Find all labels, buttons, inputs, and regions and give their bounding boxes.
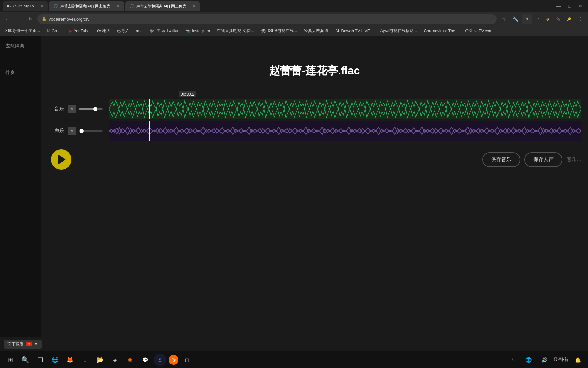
bookmark-youtube[interactable]: ▶ YouTube [66,27,92,35]
save-vocal-button[interactable]: 保存人声 [524,152,562,167]
flag-cn: ★ [26,342,32,346]
bookmark-twitter-label: 主页/ Twitter [156,28,179,34]
tab-1-close[interactable]: ✕ [40,4,44,9]
maps-icon: 🗺 [97,29,101,33]
download-indicator[interactable]: 面下载资 ★ ▼ [4,340,42,349]
system-tray-icons[interactable]: ∧ [507,354,519,366]
bookmark-gmail[interactable]: M Gmail [44,27,65,35]
save-music-button[interactable]: 保存音乐 [482,152,520,167]
download-label: 面下载资 [7,341,24,347]
vocal-waveform-svg [109,121,581,141]
ext-4[interactable]: 🔌 [554,14,563,24]
vocal-track-row: 声乐 M [48,121,581,141]
music-track-controls: M [68,105,109,113]
bookmark-twitter[interactable]: 🐦 主页/ Twitter [147,27,181,35]
bookmark-mzr[interactable]: mzr [133,27,146,35]
tab-2-close[interactable]: ✕ [117,4,120,9]
bookmark-imported[interactable]: 已导入 [114,27,132,35]
vocal-volume-slider[interactable] [79,130,103,132]
music-waveform-svg: // This won't execute in SVG, use rect e… [109,99,581,119]
bookmark-360-label: 360导航一个主页... [5,28,40,34]
tab-1[interactable]: ■ - You're My Lo... ✕ [3,1,48,11]
firefox-icon[interactable]: 🦊 [64,354,76,366]
dropdown-arrow: ▼ [34,342,38,347]
bookmark-dawah[interactable]: AL Dawah TV LIVE... [332,27,376,35]
badge-icon[interactable]: ③ [169,355,178,365]
bookmarks-bar: 360导航一个主页... M Gmail ▶ YouTube 🗺 地图 已导入 … [0,26,588,36]
app1-icon[interactable]: ◈ [109,354,121,366]
maximize-button[interactable]: □ [565,1,574,11]
bookmark-360[interactable]: 360导航一个主页... [3,27,43,35]
nav-bar: ← → ↻ 🔒 vocalremover.org/ch/ ☆ 🔧 ⚙ 🛡 ⚡ 🔌… [0,12,588,26]
sidebar-item-accompany[interactable]: 伴奏 [0,70,41,76]
tab-3-close[interactable]: ✕ [193,4,196,9]
bookmark-maps[interactable]: 🗺 地图 [94,27,113,35]
time-display: 只·到·新 [554,357,568,363]
menu-button[interactable]: ⋮ [576,14,585,24]
notification-icon[interactable]: 🔔 [572,354,584,366]
bookmark-instagram[interactable]: 📷 Instagram [183,27,213,35]
bookmark-classic[interactable]: 经典大赛频道 [301,27,331,35]
volume-icon[interactable]: 🔊 [538,354,550,366]
music-mute-button[interactable]: M [68,105,76,113]
ext-1[interactable]: ⚙ [522,14,532,24]
bookmark-tv1-label: 在线直播电视-免费... [217,28,254,34]
sidebar-remove-vocal-label: 去除隔离 [5,43,24,48]
music-volume-slider[interactable] [79,108,103,110]
taskbar: ⊞ 🔍 ❑ 🌐 🦊 e 📂 ◈ ◉ 💬 S ③ ◻ ∧ 🌐 🔊 只·到·新 🔔 [0,351,588,368]
instagram-icon: 📷 [185,29,191,33]
network-icon[interactable]: 🌐 [522,354,535,366]
skype-icon[interactable]: S [154,354,166,366]
bookmark-star[interactable]: ☆ [499,14,508,24]
bookmark-corona[interactable]: Coronavirus: The... [421,27,461,35]
task-view-button[interactable]: ❑ [34,354,46,366]
search-button[interactable]: 🔍 [19,354,31,366]
wechat-icon[interactable]: 💬 [139,354,151,366]
tab-2[interactable]: 🎵 声带去除和隔离[AI] | 网上免费... ✕ [49,1,124,11]
ext-2[interactable]: 🛡 [533,14,542,24]
app2-icon[interactable]: ◉ [124,354,136,366]
tab-3[interactable]: 🎵 声带去除和隔离[AI] | 网上免费... ✕ [125,1,200,11]
bookmark-spb[interactable]: 使用SPB电视在线... [258,27,300,35]
address-bar[interactable]: 🔒 vocalremover.org/ch/ [37,14,497,24]
music-waveform[interactable]: // This won't execute in SVG, use rect e… [109,99,581,119]
sidebar-item-remove-vocal[interactable]: 去除隔离 [0,43,41,49]
ext-3[interactable]: ⚡ [543,14,553,24]
extensions-button[interactable]: 🔧 [510,14,520,24]
tab-2-favicon: 🎵 [53,4,58,9]
ext-5[interactable]: 🔑 [564,14,574,24]
back-button[interactable]: ← [3,14,12,24]
taskbar-right: ∧ 🌐 🔊 只·到·新 🔔 [507,354,584,366]
sidebar-accompany-label: 伴奏 [5,70,15,75]
bookmark-corona-label: Coronavirus: The... [424,29,459,33]
youtube-icon: ▶ [69,29,72,33]
bookmark-oklive[interactable]: OKLiveTV.com:... [463,27,500,35]
file-explorer-icon[interactable]: 📂 [94,354,106,366]
bookmark-gmail-label: Gmail [52,29,62,33]
bookmark-ajyal[interactable]: Ajyal电视在线移动... [378,27,420,35]
tab-3-label: 声带去除和隔离[AI] | 网上免费... [136,4,190,9]
browser-icon[interactable]: 🌐 [49,354,61,366]
vocal-waveform[interactable] [109,121,581,141]
vocal-volume-thumb [80,129,84,133]
app3-icon[interactable]: ◻ [181,354,193,366]
reload-button[interactable]: ↻ [26,14,35,24]
close-button[interactable]: ✕ [576,1,585,11]
new-tab-button[interactable]: + [201,1,211,11]
play-button[interactable] [51,149,71,170]
sidebar: 去除隔离 伴奏 [0,36,41,351]
bookmark-classic-label: 经典大赛频道 [304,28,328,34]
tab-bar: ■ - You're My Lo... ✕ 🎵 声带去除和隔离[AI] | 网上… [0,0,588,12]
bookmark-mzr-label: mzr [136,29,143,33]
edge-icon[interactable]: e [79,354,91,366]
vocal-mute-button[interactable]: M [68,127,76,135]
twitter-icon: 🐦 [150,29,155,33]
file-title: 赵蕾蕾-莲花亭.flac [269,63,360,78]
start-button[interactable]: ⊞ [4,354,16,366]
waveform-wrapper: 00:30.2 音乐 M // This won't execu [41,99,588,142]
forward-button[interactable]: → [14,14,24,24]
bookmark-tv1[interactable]: 在线直播电视-免费... [214,27,257,35]
gmail-icon: M [47,29,50,33]
minimize-button[interactable]: — [554,1,564,11]
bookmark-dawah-label: AL Dawah TV LIVE... [335,29,374,33]
